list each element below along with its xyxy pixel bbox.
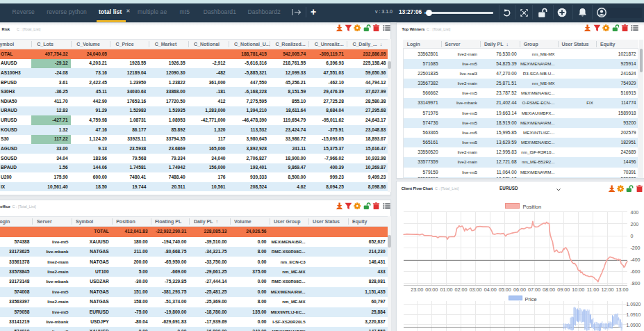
svg-text:10:00: 10:00 [572, 286, 584, 293]
svg-text:01:00: 01:00 [440, 286, 452, 293]
svg-text:06:00: 06:00 [513, 286, 526, 293]
svg-text:11:00: 11:00 [587, 286, 599, 293]
svg-text:400: 400 [631, 210, 639, 215]
svg-text:1.0920: 1.0920 [627, 302, 641, 307]
svg-text:02:00: 02:00 [455, 286, 468, 293]
svg-text:13:00: 13:00 [616, 286, 629, 293]
svg-text:08:00: 08:00 [543, 286, 555, 293]
svg-text:03:00: 03:00 [470, 286, 482, 293]
svg-text:-800: -800 [631, 281, 641, 286]
svg-text:-600: -600 [631, 269, 641, 274]
svg-text:0: 0 [631, 234, 634, 239]
svg-text:04:00: 04:00 [484, 286, 497, 293]
svg-text:05:00: 05:00 [499, 286, 511, 293]
svg-text:-200: -200 [631, 245, 641, 250]
svg-text:00:00: 00:00 [425, 286, 438, 293]
svg-text:1.0910: 1.0910 [627, 312, 641, 317]
svg-text:23:00: 23:00 [411, 286, 423, 293]
svg-text:09:00: 09:00 [557, 286, 570, 293]
svg-text:-400: -400 [631, 257, 641, 262]
svg-text:200: 200 [631, 222, 639, 227]
svg-text:12:00: 12:00 [602, 286, 614, 293]
svg-text:07:00: 07:00 [528, 286, 540, 293]
svg-text:1.0900: 1.0900 [627, 323, 641, 328]
